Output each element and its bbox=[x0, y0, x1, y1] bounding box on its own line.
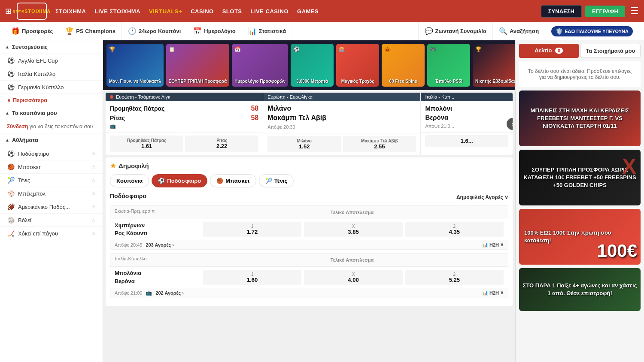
nav-calendar[interactable]: 📅 Ημερολόγιο bbox=[187, 22, 242, 40]
pin-football-icon[interactable]: ☆ bbox=[91, 151, 96, 157]
nav-pschampions[interactable]: 🏆 PS Champions bbox=[59, 22, 122, 40]
live-dot bbox=[110, 95, 113, 99]
grid-icon[interactable]: ⊞ bbox=[5, 6, 12, 16]
coupons-section[interactable]: ▲ Τα κουπόνια μου bbox=[0, 106, 103, 120]
match-teams-col-1: Ιταλία-Κύπελλο bbox=[115, 256, 200, 264]
sidebar-item-basketball[interactable]: 🏀 Μπάσκετ ☆ bbox=[0, 160, 103, 174]
match0-odd1[interactable]: Προμηθέας Πάτρας 1.61 bbox=[110, 136, 183, 152]
promo-card-0[interactable]: 🏆 Μαν. Γιουν. vs Νιούκαστλ bbox=[106, 44, 164, 87]
match-teams-0: Χιμπέρνιαν Ρος Κάουντι bbox=[115, 222, 200, 237]
match1-odd2[interactable]: Μακάμπι Τελ Αβίβ 2.55 bbox=[343, 136, 416, 152]
chat-icon: 💬 bbox=[425, 27, 433, 35]
betslip-tab-active[interactable]: Δελτίο 0 bbox=[519, 44, 579, 58]
sidebar-item-football[interactable]: ⚽ Ποδόσφαιρο ☆ bbox=[0, 147, 103, 160]
pin-hockey-icon[interactable]: ☆ bbox=[91, 231, 96, 236]
match2-odd1[interactable]: 1.6... bbox=[425, 135, 508, 147]
sidebar-item-italiacup[interactable]: ⚽ Ιταλία Κύπελλο bbox=[0, 67, 103, 81]
nav-slots[interactable]: SLOTS bbox=[222, 8, 242, 15]
register-button[interactable]: ΕΓΓΡΑΦΗ bbox=[585, 6, 625, 17]
nav-casino[interactable]: CASINO bbox=[191, 8, 214, 15]
match1-colx[interactable]: Χ 4.00 bbox=[304, 270, 402, 285]
responsible-badge: 🛡️ ΕΔΩ ΠΑΙΖΟΥΜΕ ΥΠΕΥΘΥΝΑ bbox=[551, 26, 633, 36]
shortcuts-chevron: ▲ bbox=[5, 45, 9, 49]
sidebar-item-hockey[interactable]: 🏒 Χόκεϊ επί πάγου ☆ bbox=[0, 227, 103, 240]
promo-label-6: Έπαθλο PS5! bbox=[430, 79, 468, 84]
right-banner-triple[interactable]: X ΣΟΥΠΕΡ ΤΡΙΠΛΗ ΠΡΟΣΦΟΡΑ ΧΩΡΙΣ ΚΑΤΑΘΕΣΗ … bbox=[519, 150, 641, 205]
betslip-tab-mybets[interactable]: Τα Στοιχήματά μου bbox=[580, 44, 641, 58]
h2h-btn-1[interactable]: 📊 H2H ∨ bbox=[482, 290, 504, 296]
right-banner-100[interactable]: 100€ 100% ΕΩΣ 100€ Στην πρώτη σου κατάθε… bbox=[519, 209, 641, 265]
search-icon: 🔍 bbox=[499, 27, 507, 35]
nav-stats[interactable]: 📊 Στατιστικά bbox=[242, 22, 293, 40]
match1-odd1[interactable]: Μιλάνο 1.52 bbox=[267, 136, 341, 152]
promo-card-7[interactable]: 🏆 Νικητής Εβδομάδας bbox=[473, 44, 515, 87]
promo-card-4[interactable]: 🎰 Μαγικός Τροχός bbox=[336, 44, 379, 87]
nav-livechat[interactable]: 💬 Ζωντανή Συνομιλία bbox=[418, 22, 492, 40]
efl-icon: ⚽ bbox=[7, 57, 15, 64]
sidebar-item-tennis[interactable]: 🎾 Τένις ☆ bbox=[0, 174, 103, 187]
match-row-0: Σκωτία-Πρέμιερσιπ Τελικό Αποτελεσμα Χιμπ… bbox=[110, 205, 508, 250]
match1-col1[interactable]: 1 1.60 bbox=[203, 270, 301, 285]
sidebar-item-germanycup[interactable]: ⚽ Γερμανία Κύπελλο bbox=[0, 81, 103, 94]
nav-offers[interactable]: 🎁 Προσφορές bbox=[5, 22, 59, 40]
h2h-btn-0[interactable]: 📊 H2H ∨ bbox=[482, 242, 504, 247]
pin-volleyball-icon[interactable]: ☆ bbox=[91, 217, 96, 223]
popular-markets-btn[interactable]: Δημοφιλείς Αγορές ∨ bbox=[456, 194, 508, 200]
sidebar-item-americanfootball[interactable]: 🏈 Αμερικάνικο Ποδός... ☆ bbox=[0, 200, 103, 214]
stats-bar-icon: 📊 bbox=[482, 242, 488, 247]
sidebar-more-shortcuts[interactable]: ∨ Περισσότερα bbox=[0, 94, 103, 106]
pin-baseball-icon[interactable]: ☆ bbox=[91, 191, 96, 196]
promo-card-5[interactable]: 🎃 60 Free Spins bbox=[382, 44, 425, 87]
promo-banner-row: 🏆 Μαν. Γιουν. vs Νιούκαστλ 📋 ΣΟΥΠΕΡ ΤΡΙΠ… bbox=[103, 40, 515, 90]
match0-tv: 📺 bbox=[110, 124, 258, 129]
main-layout: ▲ Συντομεύσεις ⚽ Αγγλία EFL Cup ⚽ Ιταλία… bbox=[0, 40, 644, 362]
promo-card-2[interactable]: 📅 Ημερολόγιο Προσφορών bbox=[232, 44, 288, 87]
tab-football[interactable]: ⚽ Ποδόσφαιρο bbox=[152, 174, 207, 187]
promo-card-6[interactable]: 🎮 Έπαθλο PS5! bbox=[427, 44, 470, 87]
sidebar-item-volleyball[interactable]: 🏐 Βόλεϊ ☆ bbox=[0, 214, 103, 227]
chevron-right-1-icon: › bbox=[182, 290, 184, 296]
hamburger-icon[interactable]: ☰ bbox=[630, 6, 639, 17]
match0-colx[interactable]: Χ 3.85 bbox=[304, 222, 402, 237]
stats-icon: 📊 bbox=[248, 27, 257, 35]
nav-stoixima[interactable]: ΣΤΟΙΧΗΜΑ bbox=[55, 8, 86, 15]
nav-responsible[interactable]: 🛡️ ΕΔΩ ΠΑΙΖΟΥΜΕ ΥΠΕΥΘΥΝΑ bbox=[545, 22, 639, 40]
markets-link-1[interactable]: 202 Αγορές › bbox=[155, 290, 184, 296]
markets-link-0[interactable]: 203 Αγορές › bbox=[146, 242, 174, 247]
promo-card-1[interactable]: 📋 ΣΟΥΠΕΡ ΤΡΙΠΛΗ Προσφορά bbox=[166, 44, 229, 87]
pin-tennis-icon[interactable]: ☆ bbox=[91, 178, 96, 183]
sidebar-item-efl[interactable]: ⚽ Αγγλία EFL Cup bbox=[0, 54, 103, 67]
sec-nav-right: 💬 Ζωντανή Συνομιλία 🔍 Αναζήτηση 🛡️ ΕΔΩ Π… bbox=[418, 22, 639, 40]
promo-label-1: ΣΟΥΠΕΡ ΤΡΙΠΛΗ Προσφορά bbox=[169, 79, 227, 84]
stats-bar-1-icon: 📊 bbox=[482, 290, 488, 296]
match0-odd2[interactable]: Ρίτας 2.22 bbox=[185, 136, 258, 152]
right-banner-ps[interactable]: ΜΠΑΙΝΕΙΣ ΣΤΗ ΜΑΧΗ ΚΑΙ ΚΕΡΔΙΖΕΙΣ FREEBETS… bbox=[519, 90, 641, 146]
tab-basketball[interactable]: 🏀 Μπάσκετ bbox=[210, 174, 256, 187]
sports-section[interactable]: ▲ Αθλήματα bbox=[0, 133, 103, 147]
right-banner-para1[interactable]: ΣΤΟ ΠΑΡΑ 1 Παίξε 4+ αγώνες και αν χάσεις… bbox=[519, 268, 641, 311]
pin-basketball-icon[interactable]: ☆ bbox=[91, 164, 96, 170]
pin-amfootball-icon[interactable]: ☆ bbox=[91, 204, 96, 210]
live-match-1: Ευρώπη - Ευρωλίγκα Μιλάνο Μακάμπι Τελ Αβ… bbox=[263, 93, 421, 155]
chevron-down-markets-icon: ∨ bbox=[504, 194, 508, 200]
nav-search[interactable]: 🔍 Αναζήτηση bbox=[492, 22, 545, 40]
promo-card-3[interactable]: ⚽ 3.000€ Μετρητά bbox=[291, 44, 334, 87]
chevron-down-icon: ∨ bbox=[7, 97, 13, 103]
shortcuts-section[interactable]: ▲ Συντομεύσεις bbox=[0, 40, 103, 54]
coupons-signin-link[interactable]: Σύνδεση bbox=[7, 124, 28, 130]
tab-coupons[interactable]: Κουπόνια bbox=[110, 174, 149, 187]
match2-time: Απόψε 21:0... bbox=[425, 124, 508, 129]
match1-col2[interactable]: 2 5.25 bbox=[405, 270, 504, 285]
nav-live[interactable]: LIVE ΣΤΟΙΧΗΜΑ bbox=[95, 8, 141, 15]
nav-24coupon[interactable]: 🕐 24ωρο Κουπόνι bbox=[122, 22, 187, 40]
sidebar-item-baseball[interactable]: ⚾ Μπέιζμπολ ☆ bbox=[0, 187, 103, 200]
signin-button[interactable]: ΣΥΝΔΕΣΗ bbox=[541, 5, 582, 18]
match0-col2[interactable]: 2 4.35 bbox=[405, 222, 504, 237]
tab-tennis[interactable]: 🎾 Τένις bbox=[259, 174, 294, 187]
nav-livecasino[interactable]: LIVE CASINO bbox=[251, 8, 289, 15]
match0-col1[interactable]: 1 1.72 bbox=[203, 222, 301, 237]
nav-games[interactable]: GAMES bbox=[297, 8, 319, 15]
nav-virtuals[interactable]: VIRTUALS+ bbox=[149, 8, 182, 15]
germanycup-icon: ⚽ bbox=[7, 84, 15, 90]
logo[interactable]: game STOIXIMA bbox=[17, 3, 47, 20]
